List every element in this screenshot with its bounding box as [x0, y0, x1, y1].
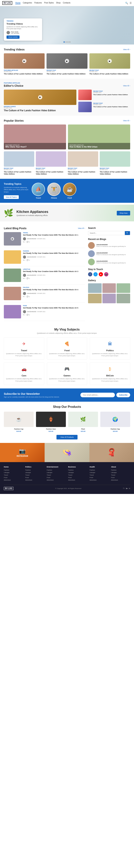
- footer-politics-link-4[interactable]: Food: [25, 477, 44, 478]
- blogger-item-3[interactable]: JohnSmith2020 PhilCO is introduces new d…: [88, 258, 130, 265]
- gallery-img-5[interactable]: [102, 294, 116, 303]
- nav-contacts[interactable]: Contacts: [63, 2, 70, 4]
- blog-view-all[interactable]: View All ›: [78, 227, 85, 229]
- trending-video-card-3[interactable]: ▶ RECENT POST 08 MAR 2021 The Culture of…: [90, 53, 130, 75]
- footer-health-link-2[interactable]: Lifestyle: [90, 472, 109, 473]
- editors-choice-side-card-1[interactable]: RECENT POST 08 MAR 2021 The Culture of F…: [78, 90, 130, 100]
- gallery-img-6[interactable]: [116, 294, 130, 303]
- footer-about-link-3[interactable]: Travel: [111, 474, 130, 476]
- youtube-icon[interactable]: ▶: [99, 272, 103, 276]
- vlog-card-travel[interactable]: ✈ Travel Quisitionem et molestis adipisc…: [4, 337, 44, 360]
- promo-banner-person-1[interactable]: 👒: [44, 443, 89, 462]
- footer-about-link-4[interactable]: Food: [111, 477, 130, 478]
- blog-item-2[interactable]: FASHION Get Ready To Rip Your Creative G…: [4, 250, 85, 266]
- shop-card-2[interactable]: 🏺 Fashion Vase $15.00: [36, 412, 66, 432]
- footer-entertainment-link-4[interactable]: Food: [47, 477, 66, 478]
- footer-home-link-3[interactable]: Travel: [4, 474, 23, 476]
- vlog-card-games[interactable]: 🎮 Games Quisitionem et molestis adipisci…: [47, 362, 87, 385]
- footer-twitter-icon[interactable]: t: [125, 488, 125, 489]
- footer-business-link-1[interactable]: Fashion: [68, 469, 87, 471]
- shop-card-3[interactable]: 🌿 Plant $15.00: [68, 412, 98, 432]
- sidebar-search-input[interactable]: [88, 231, 125, 235]
- pop-story-featured-1[interactable]: FEATURED ARTICLES Who Owns Your Heart?: [4, 124, 66, 149]
- trending-videos-view-all[interactable]: View All ›: [123, 49, 130, 51]
- popular-stories-view-all[interactable]: View All ›: [123, 120, 130, 122]
- newsletter-email-input[interactable]: [80, 393, 115, 397]
- facebook-icon[interactable]: f: [88, 272, 92, 276]
- nav-home[interactable]: Home: [15, 2, 21, 4]
- footer-entertainment-link-1[interactable]: Fashion: [47, 469, 66, 471]
- play-icon-blog-1[interactable]: ▶: [11, 237, 14, 241]
- hero-dot-3[interactable]: [67, 41, 69, 42]
- footer-home-link-4[interactable]: Food: [4, 477, 23, 478]
- nav-features[interactable]: Features: [34, 2, 42, 4]
- hero-dot-4[interactable]: [69, 41, 70, 42]
- hero-dot-1[interactable]: [64, 41, 65, 42]
- footer-health-link-4[interactable]: Food: [90, 477, 109, 478]
- pop-small-card-4[interactable]: RECENT POST 08 MAR 2021 The Culture of F…: [100, 151, 130, 175]
- pop-small-card-2[interactable]: RECENT POST 08 MAR 2021 The Culture of F…: [36, 151, 66, 175]
- promo-banner-person-2[interactable]: 🧣: [90, 443, 134, 462]
- footer-entertainment-link-3[interactable]: Travel: [47, 474, 66, 476]
- vlog-card-food[interactable]: 🍕 Food Quisitionem et molestis adipiscin…: [47, 337, 87, 360]
- play-icon-ec[interactable]: ▶: [38, 95, 42, 99]
- pop-small-card-1[interactable]: RECENT POST 08 MAR 2021 The Culture of F…: [4, 151, 34, 175]
- footer-business-link-3[interactable]: Travel: [68, 474, 87, 476]
- topic-circle-travel[interactable]: ⛵ Travel: [32, 183, 45, 199]
- vlog-card-cars[interactable]: 🚗 Cars Quisitionem et molestis adipiscin…: [4, 362, 44, 385]
- shop-card-1[interactable]: ☕ Fashion Cup $15.00: [4, 412, 34, 432]
- footer-politics-link-5[interactable]: Adventure: [25, 479, 44, 481]
- footer-youtube-icon[interactable]: ▶: [126, 488, 128, 489]
- footer-entertainment-link-2[interactable]: Lifestyle: [47, 472, 66, 473]
- blog-item-1[interactable]: ▶ TRAVEL Get Ready To Rip Your Creative …: [4, 232, 85, 248]
- play-icon-2[interactable]: ▶: [65, 59, 69, 63]
- footer-health-link-3[interactable]: Travel: [90, 474, 109, 476]
- newsletter-subscribe-button[interactable]: Subscribe: [116, 393, 130, 397]
- hero-dot-2[interactable]: [65, 41, 67, 42]
- promo-banner-instagram[interactable]: 📷 INSTAGRAM: [0, 443, 44, 462]
- pop-small-card-3[interactable]: RECENT POST 08 MAR 2021 The Culture of F…: [68, 151, 98, 175]
- twitter-icon[interactable]: t: [93, 272, 98, 276]
- sidebar-search-button[interactable]: 🔍: [125, 231, 130, 235]
- kitchen-shop-now-button[interactable]: Shop Now: [117, 211, 130, 215]
- blog-item-3[interactable]: LIFESTYLE Get Ready To Rip Your Creative…: [4, 269, 85, 284]
- footer-health-link-5[interactable]: Adventure: [90, 479, 109, 481]
- trending-video-card-1[interactable]: ▶ FEATURED ARTICLES 08 MAR 2021 The Cult…: [4, 53, 44, 75]
- footer-business-link-2[interactable]: Lifestyle: [68, 472, 87, 473]
- nav-logo[interactable]: BV LOG: [2, 1, 12, 5]
- nav-categories[interactable]: Categories: [23, 2, 32, 4]
- hero-read-more-button[interactable]: READ MORE: [6, 35, 20, 39]
- footer-home-link-2[interactable]: Lifestyle: [4, 472, 23, 473]
- topic-circle-fitness[interactable]: 🏋 Fitness: [47, 183, 61, 199]
- play-icon-3[interactable]: ▶: [108, 59, 112, 63]
- footer-home-link-1[interactable]: Fashion: [4, 469, 23, 471]
- menu-icon[interactable]: ☰: [130, 2, 132, 4]
- blogger-item-1[interactable]: JohnSmith2020 PhilCO is introduces new d…: [88, 242, 130, 249]
- editors-choice-side-card-2[interactable]: RECENT POST 08 MAR 2021 The Culture of F…: [78, 102, 130, 112]
- footer-business-link-5[interactable]: Adventure: [68, 479, 87, 481]
- footer-politics-link-1[interactable]: Fashion: [25, 469, 44, 471]
- editors-choice-main-card[interactable]: ▶ Editor's Choice 08 MAR 2021 The Cultur…: [4, 90, 76, 112]
- footer-entertainment-link-5[interactable]: Adventure: [47, 479, 66, 481]
- footer-politics-link-3[interactable]: Travel: [25, 474, 44, 476]
- vlog-card-bitcoin[interactable]: ₿ BitCoin Quisitionem et molestis adipis…: [90, 362, 130, 385]
- editors-choice-view-all[interactable]: View All ›: [123, 85, 130, 87]
- nav-post-styles[interactable]: Post Styles: [44, 2, 54, 4]
- footer-health-link-1[interactable]: Fashion: [90, 469, 109, 471]
- gallery-img-1[interactable]: [88, 283, 102, 293]
- topic-circle-food[interactable]: ☕ Food: [63, 183, 76, 199]
- gallery-img-3[interactable]: [116, 283, 130, 293]
- blog-item-5[interactable]: FOOD Get Ready To Rip Your Creative Gene…: [4, 305, 85, 321]
- footer-home-link-5[interactable]: Adventure: [4, 479, 23, 481]
- trending-topics-view-all-button[interactable]: View All Topics: [4, 195, 19, 199]
- footer-facebook-icon[interactable]: f: [123, 488, 124, 489]
- shop-view-all-button[interactable]: View All Products: [57, 435, 77, 439]
- blogger-item-2[interactable]: JohnSmith2020 PhilCO is introduces new d…: [88, 250, 130, 257]
- nav-shop[interactable]: Shop: [56, 2, 61, 4]
- footer-instagram-icon[interactable]: in: [129, 488, 130, 489]
- shop-card-4[interactable]: 🌍 Fashion Cap $15.00: [100, 412, 130, 432]
- footer-about-link-2[interactable]: Lifestyle: [111, 472, 130, 473]
- footer-business-link-4[interactable]: Food: [68, 477, 87, 478]
- footer-politics-link-2[interactable]: Lifestyle: [25, 472, 44, 473]
- pop-story-featured-2[interactable]: FEATURED ARTICLES How to Make in the Wil…: [68, 124, 130, 149]
